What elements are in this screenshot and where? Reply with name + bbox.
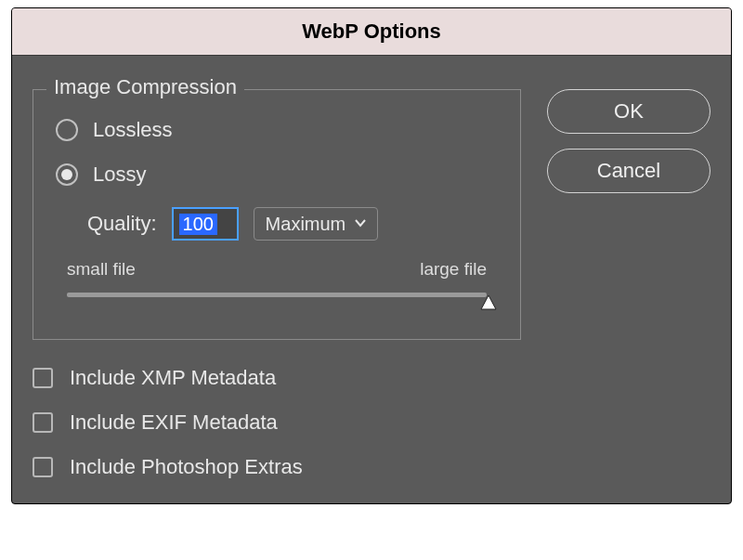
dialog-titlebar: WebP Options: [12, 8, 731, 56]
radio-lossless-label: Lossless: [93, 118, 173, 142]
radio-lossless[interactable]: Lossless: [56, 118, 498, 142]
slider-large-label: large file: [420, 259, 487, 280]
checkbox-list: Include XMP Metadata Include EXIF Metada…: [33, 366, 521, 479]
checkbox-xmp[interactable]: Include XMP Metadata: [33, 366, 521, 390]
checkbox-xmp-label: Include XMP Metadata: [70, 366, 276, 390]
quality-slider[interactable]: [67, 289, 487, 317]
radio-lossy-indicator: [56, 163, 78, 186]
group-legend: Image Compression: [46, 75, 244, 99]
image-compression-group: Image Compression Lossless Lossy Quality…: [33, 89, 521, 340]
ok-button-label: OK: [614, 99, 644, 124]
ok-button[interactable]: OK: [547, 89, 710, 134]
webp-options-dialog: WebP Options Image Compression Lossless …: [11, 7, 732, 504]
right-panel: OK Cancel: [547, 76, 710, 479]
dialog-title: WebP Options: [302, 20, 441, 43]
quality-preset-label: Maximum: [266, 214, 346, 235]
checkbox-xmp-box: [33, 368, 53, 388]
slider-small-label: small file: [67, 259, 136, 280]
checkbox-exif-box: [33, 412, 53, 433]
quality-label: Quality:: [87, 212, 157, 236]
quality-value: 100: [179, 214, 217, 235]
checkbox-exif[interactable]: Include EXIF Metadata: [33, 410, 521, 435]
dialog-content: Image Compression Lossless Lossy Quality…: [12, 56, 731, 503]
checkbox-ps-extras[interactable]: Include Photoshop Extras: [33, 455, 521, 479]
slider-labels: small file large file: [67, 259, 487, 280]
chevron-down-icon: [355, 218, 366, 229]
checkbox-exif-label: Include EXIF Metadata: [70, 410, 278, 435]
cancel-button[interactable]: Cancel: [547, 149, 710, 193]
radio-lossy[interactable]: Lossy: [56, 163, 498, 187]
slider-track: [67, 293, 487, 297]
radio-lossless-indicator: [56, 119, 78, 141]
cancel-button-label: Cancel: [597, 159, 660, 183]
radio-lossy-label: Lossy: [93, 163, 146, 187]
checkbox-ps-extras-box: [33, 457, 53, 477]
checkbox-ps-extras-label: Include Photoshop Extras: [70, 455, 303, 479]
left-panel: Image Compression Lossless Lossy Quality…: [33, 76, 521, 479]
quality-input[interactable]: 100: [172, 207, 239, 241]
quality-preset-dropdown[interactable]: Maximum: [254, 207, 379, 241]
quality-row: Quality: 100 Maximum: [87, 207, 498, 241]
